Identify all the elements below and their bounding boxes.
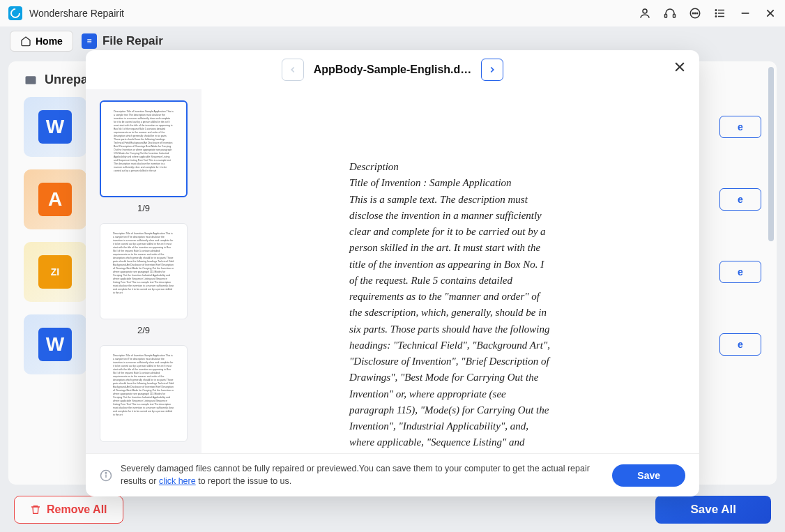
document-view[interactable]: Description Title of Invention : Sample … xyxy=(201,89,699,453)
page-thumbnail[interactable]: Description Title of Invention Sample Ap… xyxy=(100,223,188,320)
thumbnail-label: 1/9 xyxy=(137,203,150,213)
modal-body: Description Title of Invention Sample Ap… xyxy=(86,89,699,453)
svg-point-21 xyxy=(105,472,107,473)
footer-msg-2: to report the issue to us. xyxy=(196,476,292,486)
footer-link[interactable]: click here xyxy=(159,476,196,486)
close-modal-button[interactable] xyxy=(671,59,688,75)
next-file-button[interactable] xyxy=(481,59,503,81)
info-icon xyxy=(100,469,112,482)
chevron-right-icon xyxy=(487,65,497,75)
prev-file-button[interactable] xyxy=(282,59,304,81)
save-button[interactable]: Save xyxy=(612,464,685,487)
modal-header: AppBody-Sample-English.d… xyxy=(86,50,699,89)
page-thumbnail[interactable]: Description Title of Invention Sample Ap… xyxy=(100,100,188,197)
chevron-left-icon xyxy=(288,65,298,75)
document-filename: AppBody-Sample-English.d… xyxy=(314,63,472,76)
footer-text: Severely damaged files cannot be fully r… xyxy=(121,463,604,487)
modal-footer: Severely damaged files cannot be fully r… xyxy=(86,453,699,496)
page-thumbnail[interactable]: Description Title of Invention Sample Ap… xyxy=(100,345,188,442)
save-label: Save xyxy=(637,470,660,481)
close-icon xyxy=(673,60,687,74)
thumbnail-label: 2/9 xyxy=(137,325,150,335)
document-content: Description Title of Invention : Sample … xyxy=(349,159,551,453)
thumbnail-panel[interactable]: Description Title of Invention Sample Ap… xyxy=(86,89,201,453)
preview-modal: AppBody-Sample-English.d… Description Ti… xyxy=(86,50,699,496)
